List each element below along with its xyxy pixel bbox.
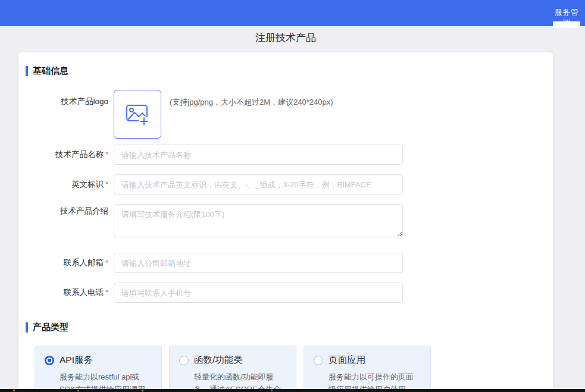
section-accent-bar bbox=[26, 66, 28, 76]
product-type-title: 函数/功能类 bbox=[194, 354, 243, 366]
logo-field-label: 技术产品logo bbox=[26, 90, 114, 108]
taskbar-speck bbox=[142, 390, 143, 391]
form-row-product-name: 技术产品名称* bbox=[26, 145, 535, 165]
product-name-input[interactable] bbox=[114, 145, 403, 165]
product-type-card-api[interactable]: API服务 服务能力以restful api或SDK方式提供给应用调用使用。 bbox=[35, 346, 162, 392]
radio-button-page-app[interactable] bbox=[314, 356, 323, 365]
logo-upload-hint: (支持jpg/png，大小不超过2M，建议240*240px) bbox=[170, 97, 333, 108]
product-type-card-page-app[interactable]: 页面应用 服务能力以可操作的页面级应用提供给用户使用 bbox=[304, 346, 431, 392]
section-title-text: 产品类型 bbox=[33, 322, 68, 333]
product-intro-label-text: 技术产品介绍 bbox=[60, 206, 108, 215]
logo-label-text: 技术产品logo bbox=[61, 97, 108, 106]
contact-email-input[interactable] bbox=[114, 253, 403, 273]
section-title-text: 基础信息 bbox=[33, 65, 68, 77]
english-code-label-text: 英文标识 bbox=[71, 180, 104, 189]
required-asterisk: * bbox=[105, 258, 108, 267]
contact-email-label: 联系人邮箱* bbox=[26, 253, 114, 273]
product-type-head: API服务 bbox=[45, 354, 152, 366]
product-intro-textarea[interactable] bbox=[114, 204, 403, 237]
english-code-input[interactable] bbox=[114, 174, 403, 195]
product-type-title: 页面应用 bbox=[329, 354, 365, 366]
taskbar-speck bbox=[77, 390, 79, 391]
required-asterisk: * bbox=[105, 288, 108, 297]
product-type-title: API服务 bbox=[60, 354, 93, 366]
form-row-contact-phone: 联系人电话* bbox=[26, 283, 535, 303]
registration-form-card: 基础信息 技术产品logo (支持jpg/png，大小不超过2M，建议240*2… bbox=[18, 52, 553, 392]
section-header-product-type: 产品类型 bbox=[26, 322, 535, 333]
contact-phone-label-text: 联系人电话 bbox=[63, 288, 104, 297]
product-name-label-text: 技术产品名称 bbox=[55, 150, 104, 159]
logo-upload-button[interactable] bbox=[114, 90, 161, 139]
required-asterisk: * bbox=[105, 150, 108, 159]
form-row-contact-email: 联系人邮箱* bbox=[26, 253, 535, 273]
nav-tab-service-management[interactable]: 服务管理 bbox=[551, 0, 582, 26]
top-navigation-bar: 服务管理 bbox=[0, 0, 585, 26]
form-row-logo: 技术产品logo (支持jpg/png，大小不超过2M，建议240*240px) bbox=[26, 90, 535, 139]
form-row-english-code: 英文标识* bbox=[26, 174, 535, 195]
form-row-product-intro: 技术产品介绍 bbox=[26, 204, 535, 237]
page-title: 注册技术产品 bbox=[18, 31, 553, 45]
radio-button-function-class[interactable] bbox=[179, 356, 189, 365]
image-add-icon bbox=[124, 101, 151, 127]
product-type-head: 函数/功能类 bbox=[179, 354, 286, 366]
english-code-label: 英文标识* bbox=[26, 174, 114, 195]
product-type-card-function[interactable]: 函数/功能类 轻量化的函数/功能即服务，通过AECORE全生命周期托管解决服务化… bbox=[169, 346, 296, 392]
product-intro-label: 技术产品介绍 bbox=[26, 204, 114, 217]
taskbar-edge-strip bbox=[0, 389, 585, 392]
section-accent-bar bbox=[26, 322, 28, 333]
radio-button-api-service[interactable] bbox=[45, 356, 54, 365]
contact-phone-label: 联系人电话* bbox=[26, 283, 114, 303]
active-tab-indicator bbox=[553, 21, 580, 28]
section-header-basic-info: 基础信息 bbox=[26, 65, 535, 77]
product-type-head: 页面应用 bbox=[314, 354, 421, 366]
contact-phone-input[interactable] bbox=[114, 283, 403, 303]
taskbar-speck bbox=[13, 390, 15, 391]
section-product-type: 产品类型 API服务 服务能力以restful api或SDK方式提供给应用调用… bbox=[26, 322, 535, 392]
taskbar-speck bbox=[271, 390, 273, 391]
product-name-label: 技术产品名称* bbox=[26, 145, 114, 165]
product-type-options: API服务 服务能力以restful api或SDK方式提供给应用调用使用。 函… bbox=[35, 346, 535, 392]
contact-email-label-text: 联系人邮箱 bbox=[63, 258, 104, 267]
required-asterisk: * bbox=[105, 180, 108, 189]
